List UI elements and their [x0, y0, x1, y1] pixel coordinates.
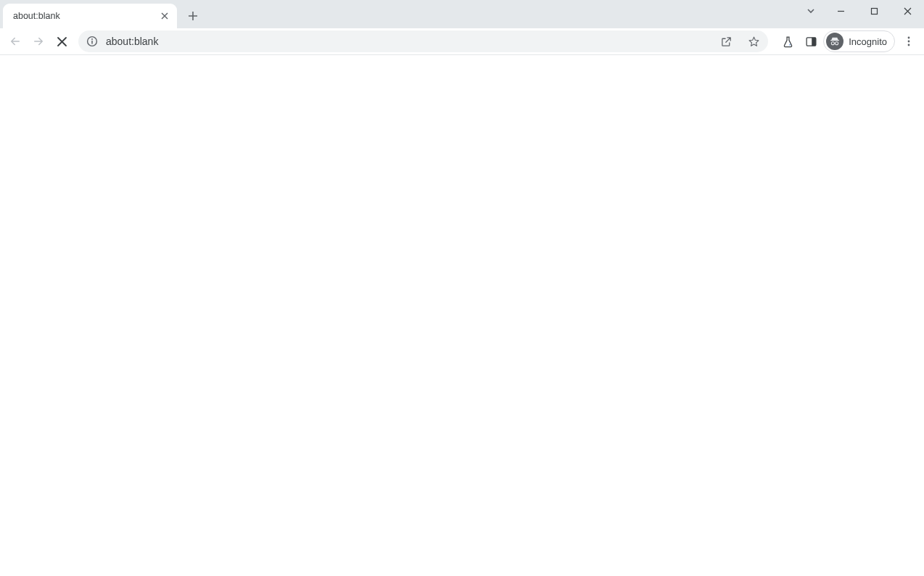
close-tab-button[interactable] — [158, 9, 171, 22]
svg-rect-7 — [830, 40, 839, 41]
maximize-window-button[interactable] — [857, 0, 891, 22]
panel-icon — [805, 36, 817, 48]
toolbar: Incognito — [0, 28, 924, 55]
app-menu-button[interactable] — [898, 30, 920, 52]
arrow-left-icon — [9, 35, 22, 48]
stop-reload-button[interactable] — [51, 30, 73, 52]
minimize-window-button[interactable] — [824, 0, 857, 22]
svg-point-11 — [908, 41, 910, 43]
incognito-icon — [829, 36, 841, 47]
profile-label: Incognito — [849, 36, 887, 47]
site-info-button[interactable] — [86, 35, 99, 48]
window-controls — [824, 0, 924, 22]
labs-button[interactable] — [777, 30, 799, 52]
new-tab-button[interactable] — [183, 6, 203, 26]
svg-point-4 — [789, 44, 791, 45]
info-icon — [86, 36, 98, 47]
svg-point-10 — [908, 37, 910, 39]
incognito-avatar — [826, 33, 843, 50]
tab-strip: about:blank — [0, 0, 924, 28]
more-vertical-icon — [903, 36, 915, 47]
tab-search-button[interactable] — [798, 0, 824, 22]
svg-point-12 — [908, 44, 910, 46]
chevron-down-icon — [807, 7, 815, 15]
toolbar-right: Incognito — [777, 30, 920, 52]
share-icon — [720, 36, 733, 48]
address-bar[interactable] — [78, 30, 768, 52]
profile-chip[interactable]: Incognito — [823, 30, 895, 52]
flask-icon — [782, 36, 794, 48]
svg-rect-0 — [871, 8, 877, 14]
svg-point-9 — [836, 42, 838, 45]
tab-title: about:blank — [13, 11, 158, 21]
back-button[interactable] — [4, 30, 26, 52]
side-panel-button[interactable] — [800, 30, 822, 52]
close-icon — [57, 36, 67, 47]
page-content — [0, 55, 924, 576]
minimize-icon — [837, 7, 845, 15]
svg-rect-6 — [812, 37, 816, 45]
svg-point-8 — [832, 42, 835, 45]
plus-icon — [188, 11, 198, 21]
forward-button[interactable] — [28, 30, 49, 52]
maximize-icon — [870, 7, 878, 15]
close-icon — [904, 7, 912, 15]
svg-rect-3 — [91, 41, 93, 44]
arrow-right-icon — [32, 35, 45, 48]
bookmark-button[interactable] — [743, 31, 764, 52]
close-window-button[interactable] — [891, 0, 924, 22]
svg-point-2 — [91, 38, 93, 40]
url-input[interactable] — [106, 36, 709, 47]
close-icon — [161, 12, 168, 20]
share-button[interactable] — [716, 31, 736, 52]
browser-tab[interactable]: about:blank — [3, 4, 177, 28]
star-icon — [748, 36, 760, 48]
